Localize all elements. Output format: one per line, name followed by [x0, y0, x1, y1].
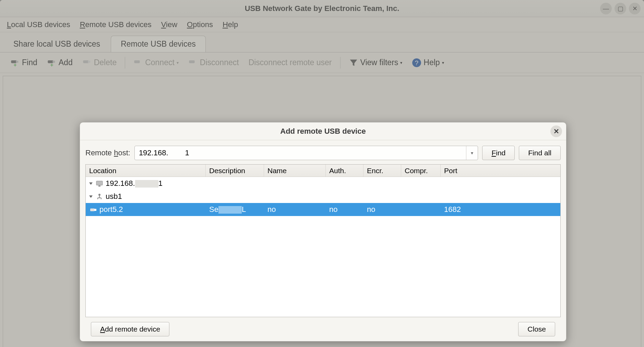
- col-compr[interactable]: Compr.: [401, 165, 441, 177]
- device-encr: no: [363, 205, 401, 214]
- device-tree: Location Description Name Auth. Encr. Co…: [85, 164, 561, 317]
- remote-host-combo[interactable]: ▾: [134, 146, 478, 160]
- usb-hub-icon: [95, 193, 104, 200]
- device-auth: no: [326, 205, 363, 214]
- dialog-body: Remote host: ▾ Find Find all Location De…: [80, 140, 566, 341]
- dialog-footer: Add remote device Close: [85, 317, 561, 341]
- host-ip-label: 192.168.1: [106, 179, 163, 188]
- svg-rect-13: [98, 186, 100, 187]
- device-location: port5.2: [99, 205, 123, 214]
- redacted: [135, 180, 158, 188]
- dropdown-icon[interactable]: ▾: [466, 146, 478, 160]
- remote-host-input[interactable]: [135, 146, 466, 160]
- usb-device-icon: [89, 206, 97, 213]
- close-button[interactable]: Close: [518, 322, 555, 336]
- redacted: [218, 206, 242, 214]
- tree-device-row[interactable]: port5.2 SeL no no no 1682: [86, 203, 560, 216]
- svg-rect-15: [90, 208, 95, 211]
- device-description: SeL: [206, 205, 264, 214]
- col-description[interactable]: Description: [206, 165, 264, 177]
- dialog-title: Add remote USB device: [280, 127, 366, 136]
- col-location[interactable]: Location: [86, 165, 206, 177]
- computer-icon: [95, 180, 104, 187]
- col-encr[interactable]: Encr.: [363, 165, 401, 177]
- add-remote-dialog: Add remote USB device ✕ Remote host: ▾ F…: [80, 122, 567, 342]
- col-auth[interactable]: Auth.: [326, 165, 363, 177]
- add-remote-device-button[interactable]: Add remote device: [91, 322, 169, 336]
- remote-host-label: Remote host:: [85, 148, 130, 157]
- find-all-button[interactable]: Find all: [519, 146, 561, 160]
- tree-bus-row[interactable]: usb1: [86, 190, 560, 203]
- svg-rect-16: [94, 209, 96, 211]
- tree-header: Location Description Name Auth. Encr. Co…: [86, 165, 560, 177]
- tree-host-row[interactable]: 192.168.1: [86, 177, 560, 190]
- col-port[interactable]: Port: [441, 165, 560, 177]
- col-name[interactable]: Name: [264, 165, 326, 177]
- svg-point-14: [98, 194, 100, 196]
- tree-body: 192.168.1 usb1 port5.2 SeL: [86, 177, 560, 317]
- remote-host-row: Remote host: ▾ Find Find all: [85, 146, 561, 160]
- svg-rect-12: [96, 181, 103, 185]
- expander-icon[interactable]: [89, 182, 93, 185]
- dialog-titlebar: Add remote USB device ✕: [80, 122, 566, 140]
- expander-icon[interactable]: [89, 195, 93, 198]
- dialog-close-button[interactable]: ✕: [550, 125, 562, 137]
- device-name: no: [264, 205, 326, 214]
- find-button[interactable]: Find: [482, 146, 515, 160]
- bus-label: usb1: [106, 192, 122, 201]
- device-port: 1682: [441, 205, 560, 214]
